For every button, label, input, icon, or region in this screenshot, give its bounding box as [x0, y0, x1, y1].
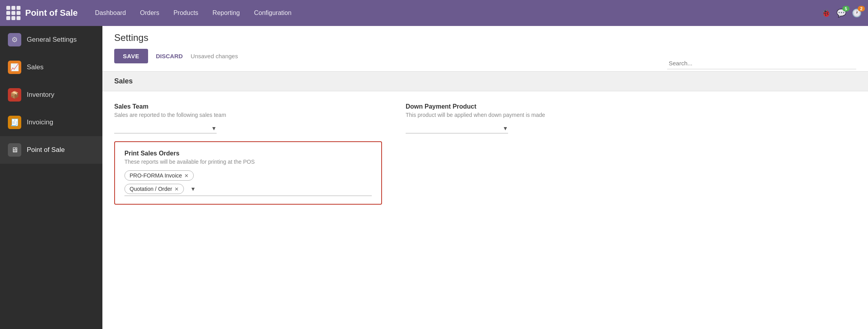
- topnav-menu: Dashboard Orders Products Reporting Conf…: [89, 6, 821, 20]
- page-title: Settings: [114, 32, 856, 43]
- print-sales-orders-block: Print Sales Orders These reports will be…: [114, 141, 382, 205]
- grid-menu-icon[interactable]: [6, 6, 20, 20]
- sidebar-item-inventory[interactable]: 📦 Inventory: [0, 81, 102, 109]
- messages-icon[interactable]: 💬 5: [836, 8, 846, 18]
- sales-team-desc: Sales are reported to the following sale…: [114, 112, 382, 118]
- nav-dashboard[interactable]: Dashboard: [89, 6, 132, 20]
- sidebar-item-general-settings[interactable]: ⚙ General Settings: [0, 26, 102, 54]
- sidebar: ⚙ General Settings 📈 Sales 📦 Inventory 🧾…: [0, 26, 102, 329]
- tag-row-quotation: Quotation / Order ✕ ▼: [124, 184, 372, 196]
- settings-body: Sales Team Sales are reported to the fol…: [102, 91, 868, 216]
- discard-button[interactable]: DISCARD: [153, 49, 186, 63]
- sales-section-header: Sales: [102, 71, 868, 91]
- sidebar-item-sales[interactable]: 📈 Sales: [0, 54, 102, 81]
- chevron-down-icon: ▼: [211, 125, 217, 131]
- activity-icon[interactable]: 🕐 2: [852, 8, 862, 18]
- nav-orders[interactable]: Orders: [134, 6, 166, 20]
- sidebar-label-pos: Point of Sale: [27, 146, 65, 154]
- unsaved-label: Unsaved changes: [191, 53, 238, 59]
- tag-list: PRO-FORMA Invoice ✕ Quotation / Order ✕ …: [124, 170, 372, 196]
- sidebar-label-sales: Sales: [27, 63, 44, 71]
- down-payment-dropdown[interactable]: ▼: [406, 124, 508, 133]
- sidebar-label-inventory: Inventory: [27, 91, 54, 99]
- tag-row-proforma: PRO-FORMA Invoice ✕: [124, 170, 372, 181]
- sales-team-label: Sales Team: [114, 103, 382, 110]
- invoicing-icon: 🧾: [8, 116, 21, 129]
- sales-team-dropdown[interactable]: ▼: [114, 124, 217, 133]
- debug-icon[interactable]: 🐞: [821, 8, 831, 18]
- tag-proforma[interactable]: PRO-FORMA Invoice ✕: [124, 170, 194, 181]
- sidebar-label-invoicing: Invoicing: [27, 118, 53, 126]
- settings-row-1: Sales Team Sales are reported to the fol…: [114, 103, 856, 133]
- section-title: Sales: [114, 77, 856, 85]
- tag-quotation-label: Quotation / Order: [130, 186, 172, 192]
- tag-quotation[interactable]: Quotation / Order ✕: [124, 184, 184, 194]
- tag-proforma-label: PRO-FORMA Invoice: [130, 172, 182, 179]
- nav-products[interactable]: Products: [167, 6, 204, 20]
- sidebar-item-point-of-sale[interactable]: 🖥 Point of Sale: [0, 136, 102, 164]
- tag-proforma-remove[interactable]: ✕: [184, 173, 189, 179]
- tag-dropdown-arrow[interactable]: ▼: [190, 186, 196, 192]
- chevron-down-icon-2: ▼: [503, 125, 508, 131]
- inventory-icon: 📦: [8, 88, 21, 102]
- topnav: Point of Sale Dashboard Orders Products …: [0, 0, 868, 26]
- page-header: Settings SAVE DISCARD Unsaved changes: [102, 26, 868, 71]
- print-sales-orders-desc: These reports will be available for prin…: [124, 159, 372, 165]
- tag-quotation-remove[interactable]: ✕: [174, 186, 179, 192]
- sidebar-label-general-settings: General Settings: [27, 36, 77, 44]
- sales-team-block: Sales Team Sales are reported to the fol…: [114, 103, 382, 133]
- save-button[interactable]: SAVE: [114, 49, 148, 63]
- app-brand[interactable]: Point of Sale: [25, 8, 78, 18]
- sales-icon: 📈: [8, 61, 21, 74]
- down-payment-label: Down Payment Product: [406, 103, 673, 110]
- sidebar-item-invoicing[interactable]: 🧾 Invoicing: [0, 109, 102, 136]
- topnav-actions: 🐞 💬 5 🕐 2: [821, 8, 862, 18]
- messages-badge: 5: [842, 6, 849, 11]
- nav-configuration[interactable]: Configuration: [248, 6, 298, 20]
- search-input[interactable]: [667, 57, 856, 69]
- general-settings-icon: ⚙: [8, 33, 21, 46]
- down-payment-block: Down Payment Product This product will b…: [406, 103, 673, 133]
- down-payment-desc: This product will be applied when down p…: [406, 112, 673, 118]
- print-sales-orders-label: Print Sales Orders: [124, 150, 372, 157]
- activity-badge: 2: [858, 6, 865, 11]
- nav-reporting[interactable]: Reporting: [206, 6, 246, 20]
- pos-icon: 🖥: [8, 143, 21, 157]
- main-content: Settings SAVE DISCARD Unsaved changes Sa…: [102, 26, 868, 329]
